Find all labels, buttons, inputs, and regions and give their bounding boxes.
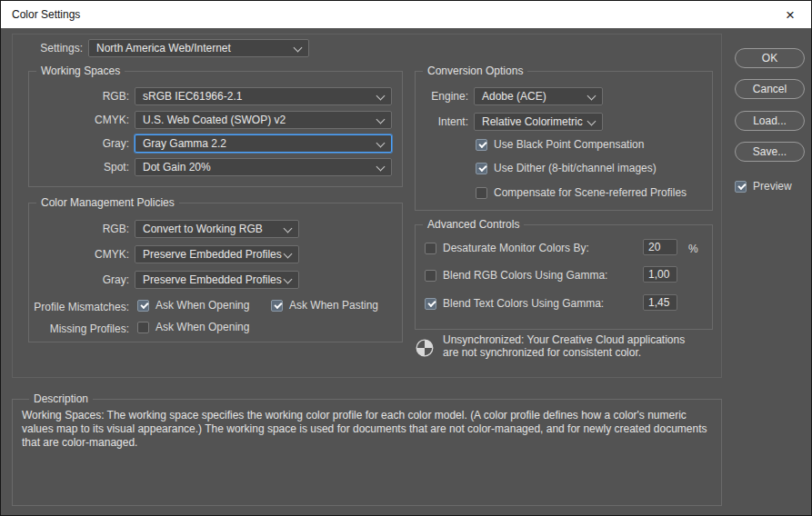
cmyk-label: CMYK:	[29, 114, 129, 126]
engine-value: Adobe (ACE)	[482, 90, 546, 103]
intent-label: Intent:	[416, 115, 468, 128]
color-settings-dialog: Color Settings × Settings: North America…	[0, 0, 812, 516]
rgb-working-space-select[interactable]: sRGB IEC61966-2.1	[135, 87, 392, 105]
close-icon[interactable]: ×	[780, 7, 800, 23]
chevron-down-icon	[284, 250, 293, 259]
cancel-button[interactable]: Cancel	[735, 79, 805, 99]
sync-status-icon	[415, 338, 435, 358]
missing-ask-when-opening[interactable]: Ask When Opening	[137, 320, 249, 334]
preview-checkbox[interactable]	[735, 181, 747, 193]
black-point-compensation-label: Use Black Point Compensation	[494, 138, 644, 151]
use-dither-checkbox[interactable]	[476, 163, 487, 174]
dialog-title: Color Settings	[12, 8, 80, 21]
compensate-scene-referred-checkbox[interactable]	[476, 187, 487, 199]
chevron-down-icon	[284, 224, 293, 233]
desaturate-monitor-colors[interactable]: Desaturate Monitor Colors By:	[425, 241, 589, 255]
cmp-cmyk-label: CMYK:	[29, 248, 129, 261]
chevron-down-icon	[284, 275, 293, 284]
gray-label: Gray:	[29, 137, 129, 150]
blend-rgb-value-input[interactable]	[643, 266, 677, 283]
working-spaces-group: Working Spaces RGB: sRGB IEC61966-2.1 CM…	[28, 71, 403, 187]
sync-status-note: Unsynchronized: Your Creative Cloud appl…	[443, 333, 685, 359]
compensate-scene-referred[interactable]: Compensate for Scene-referred Profiles	[476, 185, 687, 200]
color-management-policies-title: Color Management Policies	[36, 196, 179, 209]
intent-select[interactable]: Relative Colorimetric	[474, 113, 603, 131]
conversion-options-title: Conversion Options	[423, 64, 527, 77]
gray-working-space-select[interactable]: Gray Gamma 2.2	[135, 134, 392, 153]
cmp-rgb-policy-select[interactable]: Convert to Working RGB	[135, 220, 299, 238]
conversion-options-group: Conversion Options Engine: Adobe (ACE) I…	[415, 71, 713, 211]
cmp-cmyk-policy-select[interactable]: Preserve Embedded Profiles	[135, 245, 299, 263]
chevron-down-icon	[376, 139, 386, 148]
cmp-rgb-policy-value: Convert to Working RGB	[143, 223, 263, 235]
mismatch-ask-pasting-checkbox[interactable]	[271, 300, 283, 312]
titlebar: Color Settings ×	[1, 1, 811, 28]
profile-mismatches-label: Profile Mismatches:	[29, 301, 129, 313]
save-button[interactable]: Save...	[735, 142, 805, 162]
description-text: Working Spaces: The working space specif…	[22, 409, 711, 450]
advanced-controls-group: Advanced Controls Desaturate Monitor Col…	[415, 224, 713, 330]
gray-working-space-value: Gray Gamma 2.2	[143, 137, 226, 150]
mismatch-ask-opening-label: Ask When Opening	[155, 299, 249, 312]
cmyk-working-space-select[interactable]: U.S. Web Coated (SWOP) v2	[135, 111, 392, 129]
rgb-label: RGB:	[29, 90, 129, 103]
settings-value: North America Web/Internet	[96, 42, 231, 55]
blend-rgb-gamma[interactable]: Blend RGB Colors Using Gamma:	[425, 268, 607, 283]
engine-label: Engine:	[416, 90, 468, 103]
cmp-gray-policy-select[interactable]: Preserve Embedded Profiles	[135, 271, 299, 289]
chevron-down-icon	[376, 115, 386, 124]
preview-label: Preview	[753, 180, 792, 193]
sync-note-line1: Unsynchronized: Your Creative Cloud appl…	[443, 333, 685, 346]
use-dither[interactable]: Use Dither (8-bit/channel images)	[476, 161, 657, 175]
mismatch-ask-pasting-label: Ask When Pasting	[289, 299, 378, 312]
chevron-down-icon	[376, 92, 386, 101]
sync-note-line2: are not synchronized for consistent colo…	[443, 346, 685, 359]
missing-ask-opening-label: Ask When Opening	[155, 321, 249, 333]
advanced-controls-title: Advanced Controls	[423, 218, 524, 231]
black-point-compensation[interactable]: Use Black Point Compensation	[476, 137, 644, 152]
settings-label: Settings:	[10, 42, 83, 55]
desaturate-value-input[interactable]	[643, 239, 677, 255]
chevron-down-icon	[587, 92, 596, 101]
cmp-gray-label: Gray:	[29, 273, 129, 286]
spot-working-space-select[interactable]: Dot Gain 20%	[135, 158, 392, 176]
blend-rgb-label: Blend RGB Colors Using Gamma:	[443, 269, 607, 282]
black-point-compensation-checkbox[interactable]	[476, 139, 487, 151]
desaturate-label: Desaturate Monitor Colors By:	[443, 242, 589, 254]
mismatch-ask-when-pasting[interactable]: Ask When Pasting	[271, 298, 378, 313]
cmp-gray-policy-value: Preserve Embedded Profiles	[143, 273, 282, 286]
load-button[interactable]: Load...	[735, 111, 805, 131]
blend-text-gamma[interactable]: Blend Text Colors Using Gamma:	[425, 296, 604, 311]
cmp-cmyk-policy-value: Preserve Embedded Profiles	[143, 248, 282, 261]
mismatch-ask-when-opening[interactable]: Ask When Opening	[137, 298, 249, 313]
missing-profiles-label: Missing Profiles:	[29, 322, 129, 335]
settings-select[interactable]: North America Web/Internet	[88, 39, 309, 57]
preview-toggle[interactable]: Preview	[735, 179, 792, 194]
use-dither-label: Use Dither (8-bit/channel images)	[494, 162, 657, 174]
description-title: Description	[29, 392, 93, 405]
chevron-down-icon	[294, 44, 303, 53]
desaturate-unit: %	[688, 243, 698, 255]
working-spaces-title: Working Spaces	[36, 64, 125, 77]
description-group: Description Working Spaces: The working …	[12, 399, 722, 506]
blend-rgb-checkbox[interactable]	[425, 270, 436, 282]
cmp-rgb-label: RGB:	[29, 223, 129, 235]
rgb-working-space-value: sRGB IEC61966-2.1	[143, 90, 242, 103]
cmyk-working-space-value: U.S. Web Coated (SWOP) v2	[143, 114, 286, 126]
ok-button[interactable]: OK	[735, 48, 805, 68]
blend-text-checkbox[interactable]	[425, 298, 436, 310]
spot-working-space-value: Dot Gain 20%	[143, 161, 211, 174]
color-management-policies-group: Color Management Policies RGB: Convert t…	[28, 203, 403, 342]
compensate-scene-referred-label: Compensate for Scene-referred Profiles	[494, 186, 687, 199]
missing-ask-opening-checkbox[interactable]	[137, 322, 149, 333]
mismatch-ask-opening-checkbox[interactable]	[137, 300, 149, 312]
engine-select[interactable]: Adobe (ACE)	[474, 87, 603, 105]
intent-value: Relative Colorimetric	[482, 115, 583, 128]
blend-text-label: Blend Text Colors Using Gamma:	[443, 297, 604, 310]
chevron-down-icon	[376, 163, 386, 172]
chevron-down-icon	[587, 117, 596, 126]
blend-text-value-input[interactable]	[643, 294, 677, 311]
desaturate-checkbox[interactable]	[425, 243, 436, 254]
spot-label: Spot:	[29, 161, 129, 174]
